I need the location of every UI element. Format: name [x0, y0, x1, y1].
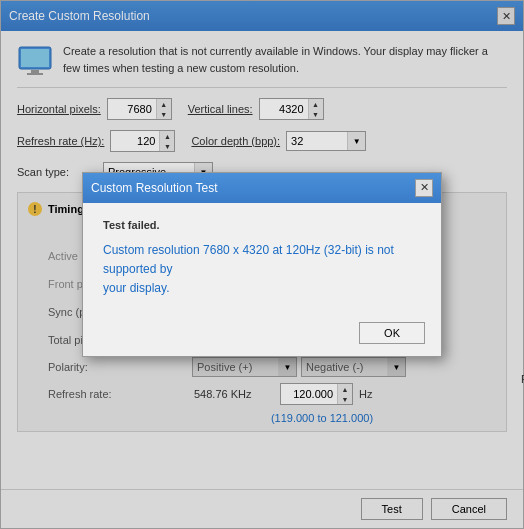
dialog-title-bar: Custom Resolution Test ✕: [83, 173, 441, 203]
dialog-message-part2: your display.: [103, 281, 169, 295]
dialog-content: Test failed. Custom resolution 7680 x 43…: [83, 203, 441, 315]
dialog-buttons: OK: [83, 314, 441, 356]
dialog-title: Custom Resolution Test: [91, 181, 218, 195]
main-window: Create Custom Resolution ✕ Create a reso…: [0, 0, 524, 529]
dialog-message: Custom resolution 7680 x 4320 at 120Hz (…: [103, 241, 421, 299]
dialog-close-button[interactable]: ✕: [415, 179, 433, 197]
test-dialog: Custom Resolution Test ✕ Test failed. Cu…: [82, 172, 442, 358]
dialog-message-part1: Custom resolution 7680 x 4320 at 120Hz (…: [103, 243, 394, 276]
dialog-ok-button[interactable]: OK: [359, 322, 425, 344]
dialog-fail-text: Test failed.: [103, 219, 421, 231]
dialog-overlay: Custom Resolution Test ✕ Test failed. Cu…: [1, 1, 523, 528]
